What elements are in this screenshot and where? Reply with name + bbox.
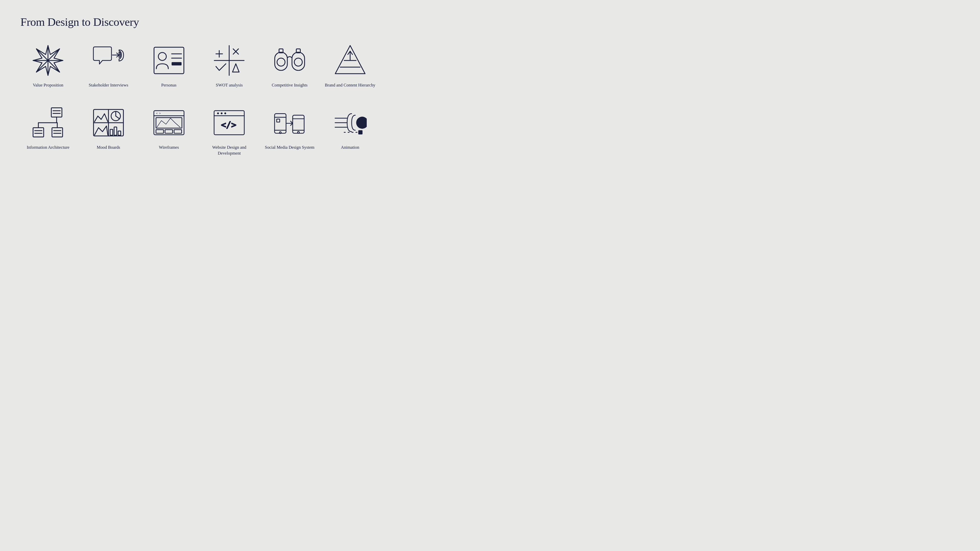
value-proposition-icon bbox=[32, 44, 65, 77]
item-personas: Personas bbox=[141, 44, 197, 88]
item-swot-analysis: SWOT analysis bbox=[202, 44, 257, 88]
social-media-design-icon bbox=[273, 106, 306, 139]
svg-line-45 bbox=[116, 116, 119, 119]
svg-rect-46 bbox=[110, 129, 113, 135]
svg-rect-5 bbox=[154, 47, 184, 74]
item-value-proposition: Value Proposition bbox=[21, 44, 76, 88]
svg-point-6 bbox=[158, 52, 166, 60]
website-design-label: Website Design and Development bbox=[202, 144, 257, 156]
svg-marker-16 bbox=[232, 64, 239, 72]
item-social-media-design: Social Media Design System bbox=[262, 106, 318, 156]
wireframes-icon: < > bbox=[152, 106, 186, 139]
stakeholder-interviews-label: Stakeholder Interviews bbox=[89, 82, 128, 88]
information-architecture-label: Information Architecture bbox=[27, 144, 69, 151]
svg-rect-49 bbox=[154, 110, 184, 135]
svg-rect-9 bbox=[172, 62, 181, 65]
competitive-insights-icon bbox=[273, 44, 306, 77]
mood-boards-icon bbox=[92, 106, 125, 139]
item-brand-content-hierarchy: Brand and Content Hierarchy bbox=[322, 44, 378, 88]
svg-rect-56 bbox=[174, 130, 182, 133]
svg-rect-47 bbox=[114, 127, 117, 135]
svg-rect-80 bbox=[358, 130, 363, 135]
swot-analysis-icon bbox=[213, 44, 246, 77]
mood-boards-label: Mood Boards bbox=[97, 144, 120, 151]
svg-rect-17 bbox=[275, 52, 287, 71]
information-architecture-icon bbox=[32, 106, 65, 139]
svg-point-60 bbox=[221, 112, 223, 114]
svg-rect-30 bbox=[33, 127, 44, 137]
swot-analysis-label: SWOT analysis bbox=[216, 82, 243, 88]
value-proposition-label: Value Proposition bbox=[33, 82, 63, 88]
item-competitive-insights: Competitive Insights bbox=[262, 44, 318, 88]
wireframes-label: Wireframes bbox=[159, 144, 179, 151]
items-grid: Value Proposition Stakeholder Interviews bbox=[21, 44, 378, 156]
svg-point-19 bbox=[277, 58, 285, 66]
item-wireframes: < > Wireframes bbox=[141, 106, 197, 156]
svg-text:</>: </> bbox=[221, 120, 236, 130]
svg-point-81 bbox=[356, 117, 366, 129]
svg-rect-67 bbox=[277, 119, 280, 122]
item-stakeholder-interviews: Stakeholder Interviews bbox=[81, 44, 136, 88]
item-mood-boards: Mood Boards bbox=[81, 106, 136, 156]
svg-rect-27 bbox=[51, 108, 62, 117]
svg-rect-55 bbox=[165, 130, 172, 133]
svg-rect-33 bbox=[52, 127, 63, 137]
brand-content-hierarchy-label: Brand and Content Hierarchy bbox=[325, 82, 375, 88]
stakeholder-interviews-icon bbox=[92, 44, 125, 77]
competitive-insights-label: Competitive Insights bbox=[272, 82, 307, 88]
animation-label: Animation bbox=[341, 144, 360, 151]
page-title: From Design to Discovery bbox=[21, 15, 959, 29]
item-animation: Animation bbox=[322, 106, 378, 156]
svg-text:<: < bbox=[156, 111, 158, 115]
personas-label: Personas bbox=[161, 82, 177, 88]
svg-point-66 bbox=[280, 132, 281, 133]
svg-rect-18 bbox=[292, 52, 304, 71]
svg-rect-48 bbox=[118, 131, 121, 135]
item-information-architecture: Information Architecture bbox=[21, 106, 76, 156]
svg-point-20 bbox=[294, 58, 302, 66]
personas-icon bbox=[152, 44, 186, 77]
animation-icon bbox=[334, 106, 367, 139]
svg-point-59 bbox=[217, 112, 219, 114]
item-website-design: </> Website Design and Development bbox=[202, 106, 257, 156]
social-media-design-label: Social Media Design System bbox=[265, 144, 314, 151]
svg-point-61 bbox=[224, 112, 226, 114]
brand-content-hierarchy-icon bbox=[334, 44, 367, 77]
svg-text:>: > bbox=[159, 111, 161, 115]
website-design-icon: </> bbox=[213, 106, 246, 139]
svg-point-71 bbox=[298, 131, 299, 133]
svg-rect-54 bbox=[156, 130, 164, 133]
